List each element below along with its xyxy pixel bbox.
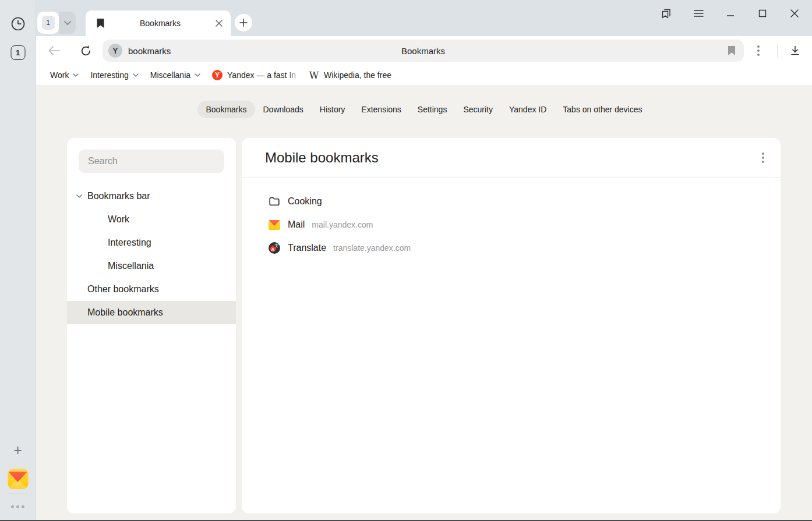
tree-item-bookmarks-bar[interactable]: Bookmarks bar — [67, 185, 236, 208]
chevron-down-icon[interactable] — [76, 194, 82, 198]
bookmarks-panel-button[interactable] — [658, 5, 675, 22]
rail-more-icon[interactable] — [8, 502, 29, 511]
bookmark-icon — [96, 18, 105, 29]
yandex-translate-favicon: A — [269, 242, 280, 254]
tree-item-work[interactable]: Work — [67, 208, 236, 231]
search-input[interactable] — [79, 150, 224, 173]
tab-group-button[interactable]: 1 — [37, 12, 59, 34]
back-button[interactable] — [47, 44, 61, 58]
address-bar[interactable]: Y bookmarks Bookmarks — [103, 40, 744, 62]
folder-tree: Bookmarks bar Work Interesting Miscellan… — [67, 185, 236, 324]
history-clock-icon[interactable] — [10, 16, 26, 31]
rail-add-icon[interactable]: + — [10, 442, 26, 458]
new-tab-button[interactable] — [235, 14, 252, 31]
download-icon — [789, 45, 801, 56]
bookmarks-bar: Work Interesting Miscellania Y Yandex — … — [36, 65, 812, 85]
rail-divider — [8, 494, 29, 494]
tab-downloads[interactable]: Downloads — [255, 101, 312, 118]
bookmarks-bar-folder-interesting[interactable]: Interesting — [84, 68, 144, 83]
manager-nav-tabs: Bookmarks Downloads History Extensions S… — [36, 101, 812, 118]
label-fade — [388, 68, 405, 83]
tree-item-mobile-bookmarks[interactable]: Mobile bookmarks — [67, 301, 236, 324]
tab-group-control[interactable]: 1 — [37, 12, 76, 34]
reload-icon — [80, 45, 92, 57]
chevron-down-icon — [73, 73, 79, 77]
tab-group-chevron[interactable] — [59, 12, 76, 34]
rail-tab-counter[interactable]: 1 — [10, 45, 25, 60]
bookmark-flag-icon[interactable] — [728, 45, 736, 56]
panel-header: Mobile bookmarks — [242, 138, 781, 178]
tab-close-icon[interactable] — [216, 20, 223, 27]
yandex-favicon: Y — [212, 70, 223, 80]
plus-icon — [239, 19, 248, 27]
browser-menu-button[interactable] — [690, 5, 707, 22]
url-text[interactable]: bookmarks — [128, 46, 171, 56]
page-title: Bookmarks — [103, 46, 744, 56]
bookmarks-panel: Mobile bookmarks Cooking Mail mail.yande… — [242, 138, 781, 513]
browser-toolbar: Y bookmarks Bookmarks — [36, 36, 812, 65]
panel-title: Mobile bookmarks — [265, 150, 379, 166]
folder-icon — [269, 196, 280, 207]
wikipedia-favicon: W — [309, 70, 319, 80]
close-window-button[interactable] — [786, 5, 803, 22]
toolbar-more-button[interactable] — [751, 44, 765, 58]
maximize-icon — [758, 9, 767, 17]
hamburger-menu-icon — [694, 9, 704, 17]
tab-title: Bookmarks — [105, 19, 216, 28]
site-favicon-yandex: Y — [108, 44, 122, 58]
tab-strip: 1 Bookmarks — [36, 0, 812, 36]
list-item-cooking[interactable]: Cooking — [242, 190, 781, 213]
maximize-button[interactable] — [754, 5, 771, 22]
chevron-down-icon — [195, 73, 200, 77]
tab-other-devices[interactable]: Tabs on other devices — [555, 101, 650, 118]
minimize-icon — [726, 9, 735, 17]
chevron-down-icon — [133, 73, 139, 77]
bookmarks-bar-link-yandex[interactable]: Y Yandex — a fast In — [206, 68, 303, 83]
browser-tab-bookmarks[interactable]: Bookmarks — [86, 10, 231, 36]
list-item-translate[interactable]: A Translate translate.yandex.com — [242, 236, 781, 260]
tab-security[interactable]: Security — [455, 101, 501, 118]
minimize-button[interactable] — [722, 5, 739, 22]
tree-item-other-bookmarks[interactable]: Other bookmarks — [67, 278, 236, 301]
tab-extensions[interactable]: Extensions — [353, 101, 409, 118]
folders-sidebar: Bookmarks bar Work Interesting Miscellan… — [67, 138, 236, 513]
chevron-down-icon — [64, 21, 71, 25]
bookmarks-bar-folder-work[interactable]: Work — [44, 68, 84, 83]
hanzi-glyph — [274, 243, 279, 248]
reload-button[interactable] — [79, 44, 93, 58]
yandex-mail-favicon — [269, 219, 280, 231]
tree-item-interesting[interactable]: Interesting — [67, 231, 236, 254]
toolbar-separator — [777, 44, 778, 58]
bookmark-url: translate.yandex.com — [333, 243, 411, 253]
yandex-mail-app-icon[interactable] — [8, 469, 28, 489]
label-fade — [285, 68, 303, 83]
kebab-icon — [757, 45, 760, 56]
bookmarks-bar-link-wikipedia[interactable]: W Wikipedia, the free — [303, 68, 405, 83]
side-rail: 1 + — [0, 0, 36, 520]
bookmark-url: mail.yandex.com — [312, 220, 373, 229]
back-arrow-icon — [48, 46, 60, 55]
bookmark-list: Cooking Mail mail.yandex.com A Translat — [242, 178, 781, 260]
tab-bookmarks[interactable]: Bookmarks — [197, 101, 255, 118]
rail-tab-counter-value: 1 — [16, 48, 20, 57]
downloads-button[interactable] — [788, 44, 802, 58]
bookmarks-panel-icon — [660, 7, 673, 20]
window-controls — [642, 5, 803, 22]
bookmarks-manager-page: Bookmarks Downloads History Extensions S… — [36, 85, 812, 520]
tab-yandex-id[interactable]: Yandex ID — [501, 101, 555, 118]
bookmarks-bar-folder-miscellania[interactable]: Miscellania — [144, 68, 206, 83]
close-icon — [790, 9, 799, 17]
panel-more-button[interactable] — [762, 153, 764, 163]
tab-group-count-badge: 1 — [42, 16, 55, 30]
tab-history[interactable]: History — [312, 101, 354, 118]
tree-item-miscellania[interactable]: Miscellania — [67, 254, 236, 278]
list-item-mail[interactable]: Mail mail.yandex.com — [242, 213, 781, 236]
tab-settings[interactable]: Settings — [409, 101, 456, 118]
